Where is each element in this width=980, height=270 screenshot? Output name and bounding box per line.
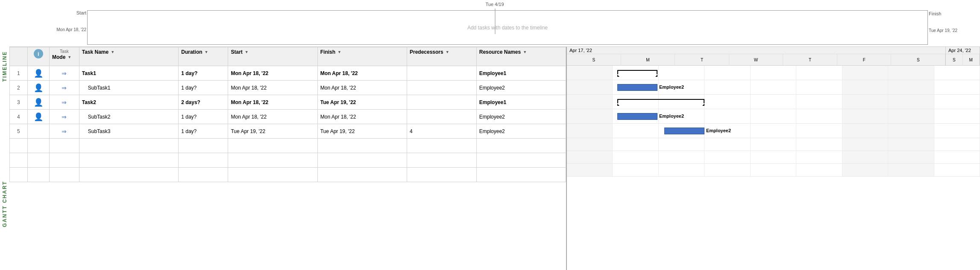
table-row[interactable]: 5⇒SubTask31 day?Tue Apr 19, '22Tue Apr 1…	[10, 124, 566, 139]
col-header-start: Start ▼	[228, 47, 317, 66]
task-mode-cell: ⇒	[49, 95, 79, 110]
finish-label: Finish	[320, 49, 335, 55]
task-name: SubTask3	[88, 128, 111, 134]
task-name-cell[interactable]: SubTask1	[79, 81, 179, 95]
duration-dropdown[interactable]: ▼	[205, 50, 208, 54]
gantt-bar-label: Employee2	[659, 84, 684, 90]
gantt-table: i Task Mode ▼ Task	[9, 47, 567, 270]
resource-dropdown[interactable]: ▼	[523, 50, 527, 54]
week1-label: Apr 17, '22	[567, 47, 945, 54]
finish-cell: Mon Apr 18, '22	[317, 81, 407, 95]
gantt-chart-header: Apr 17, '22SMTWTFSApr 24, '22SM	[567, 47, 980, 66]
finish-dropdown[interactable]: ▼	[337, 50, 341, 54]
predecessors-cell	[407, 110, 476, 124]
person-icon: 👤	[34, 69, 43, 78]
gantt-section: i Task Mode ▼ Task	[9, 47, 980, 270]
week2-label: Apr 24, '22	[946, 47, 980, 54]
info-icon[interactable]: i	[34, 49, 43, 58]
task-name-cell[interactable]: Task2	[79, 95, 179, 110]
timeline-section: Tue 4/19 Start Mon Apr 18, '22 Add tasks…	[9, 0, 980, 47]
gantt-chart-row	[567, 95, 980, 109]
timeline-date-marker: Tue 4/19	[485, 2, 504, 7]
col-header-duration: Duration ▼	[179, 47, 228, 66]
start-dropdown[interactable]: ▼	[245, 50, 249, 54]
gantt-bar	[664, 128, 704, 134]
resource-cell: Employee2	[476, 124, 566, 139]
predecessors-label: Predecessors	[410, 49, 443, 55]
timeline-placeholder: Add tasks with dates to the timeline	[467, 25, 548, 31]
gantt-chart-rows: Employee2Employee2Employee2	[567, 66, 980, 177]
row-number: 1	[10, 66, 28, 81]
task-mode-arrow: ⇒	[62, 113, 67, 120]
col-header-finish: Finish ▼	[317, 47, 407, 66]
summary-right-arrow	[655, 75, 657, 77]
day-label: F	[837, 54, 892, 65]
col-header-info: i	[27, 47, 49, 66]
table-row[interactable]: 2👤⇒SubTask11 day?Mon Apr 18, '22Mon Apr …	[10, 81, 566, 95]
predecessors-cell	[407, 95, 476, 110]
person-cell: 👤	[27, 110, 49, 124]
task-name-cell[interactable]: Task1	[79, 66, 179, 81]
day-label: T	[783, 54, 837, 65]
gantt-chart-row	[567, 66, 980, 80]
task-name-cell[interactable]: SubTask2	[79, 110, 179, 124]
table-row[interactable]: 4👤⇒SubTask21 day?Mon Apr 18, '22Mon Apr …	[10, 110, 566, 124]
table-row-empty	[10, 168, 566, 182]
task-name-cell[interactable]: SubTask3	[79, 124, 179, 139]
task-mode-arrow: ⇒	[62, 128, 67, 135]
gantt-chart-row: Employee2	[567, 80, 980, 95]
resource-cell: Employee2	[476, 81, 566, 95]
predecessors-dropdown[interactable]: ▼	[446, 50, 449, 54]
task-mode-cell: ⇒	[49, 81, 79, 95]
task-name: Task2	[82, 99, 96, 105]
task-name: SubTask2	[88, 114, 111, 120]
task-mode-cell: ⇒	[49, 124, 79, 139]
duration-label: Duration	[181, 49, 202, 55]
gantt-summary-bar	[617, 99, 704, 103]
taskname-label: Task Name	[82, 49, 109, 55]
timeline-finish-date: Tue Apr 19, '22	[929, 28, 980, 33]
duration-cell: 1 day?	[179, 81, 228, 95]
day-label: S	[891, 54, 945, 65]
predecessors-cell	[407, 81, 476, 95]
task-mode-arrow: ⇒	[62, 70, 67, 77]
taskmode-label: Mode	[52, 54, 65, 60]
person-cell	[27, 124, 49, 139]
day-label: S	[946, 54, 963, 65]
gantt-bar	[617, 113, 657, 120]
day-label: M	[963, 54, 980, 65]
table-row[interactable]: 1👤⇒Task11 day?Mon Apr 18, '22Mon Apr 18,…	[10, 66, 566, 81]
person-cell: 👤	[27, 81, 49, 95]
task-name: Task1	[82, 70, 96, 76]
taskmode-dropdown[interactable]: ▼	[67, 55, 71, 59]
person-icon: 👤	[34, 84, 43, 92]
resource-label: Resource Names	[479, 49, 521, 55]
resource-cell: Employee1	[476, 66, 566, 81]
table-row[interactable]: 3👤⇒Task22 days?Mon Apr 18, '22Tue Apr 19…	[10, 95, 566, 110]
person-icon: 👤	[34, 113, 43, 121]
taskname-dropdown[interactable]: ▼	[111, 50, 114, 54]
finish-cell: Tue Apr 19, '22	[317, 95, 407, 110]
start-cell: Mon Apr 18, '22	[228, 110, 317, 124]
day-label: W	[729, 54, 783, 65]
gantt-chart-row	[567, 164, 980, 177]
row-number: 2	[10, 81, 28, 95]
task-name: SubTask1	[88, 85, 111, 91]
resource-cell: Employee2	[476, 110, 566, 124]
row-number: 5	[10, 124, 28, 139]
start-cell: Tue Apr 19, '22	[228, 124, 317, 139]
start-cell: Mon Apr 18, '22	[228, 66, 317, 81]
col-header-taskmode: Task Mode ▼	[49, 47, 79, 66]
finish-cell: Mon Apr 18, '22	[317, 66, 407, 81]
start-label: Start	[231, 49, 242, 55]
task-mode-cell: ⇒	[49, 110, 79, 124]
gantt-label: GANTT CHART	[0, 137, 9, 270]
gantt-bar-label: Employee2	[659, 113, 684, 119]
task-mode-cell: ⇒	[49, 66, 79, 81]
col-header-taskname: Task Name ▼	[79, 47, 179, 66]
table-row-empty	[10, 139, 566, 153]
duration-cell: 1 day?	[179, 110, 228, 124]
timeline-start-label: Start	[76, 10, 86, 15]
duration-cell: 1 day?	[179, 124, 228, 139]
finish-cell: Tue Apr 19, '22	[317, 124, 407, 139]
